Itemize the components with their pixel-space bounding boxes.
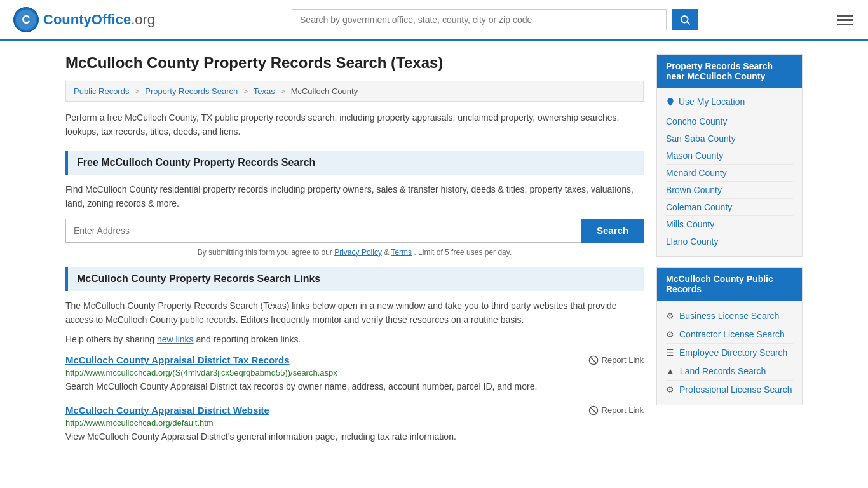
- nearby-counties-content: Use My Location Concho County San Saba C…: [657, 88, 802, 256]
- public-records-header: McCulloch County Public Records: [657, 268, 802, 301]
- main-container: McCulloch County Property Records Search…: [53, 41, 815, 469]
- contractor-license-search-link[interactable]: Contractor License Search: [679, 329, 785, 339]
- breadcrumb-sep: >: [135, 86, 140, 96]
- hamburger-line: [837, 15, 853, 17]
- land-records-search-link[interactable]: Land Records Search: [680, 366, 766, 376]
- search-section: Free McCulloch County Property Records S…: [65, 151, 644, 257]
- breadcrumb-sep: >: [243, 86, 248, 96]
- sidebar-public-item-employee: ☰ Employee Directory Search: [666, 344, 793, 362]
- public-records-content: ⚙ Business License Search ⚙ Contractor L…: [657, 301, 802, 405]
- terms-link[interactable]: Terms: [391, 248, 412, 257]
- share-line: Help others by sharing new links and rep…: [65, 334, 644, 344]
- svg-line-5: [687, 22, 689, 24]
- address-search-form: Search: [65, 219, 644, 243]
- logo-icon: C: [13, 6, 39, 33]
- link-item-url: http://www.mccullochcad.org/(S(4mlvdar3j…: [65, 368, 644, 377]
- privacy-policy-link[interactable]: Privacy Policy: [334, 248, 382, 257]
- sidebar-public-item-business: ⚙ Business License Search: [666, 307, 793, 325]
- gear-icon: ⚙: [666, 329, 674, 339]
- logo[interactable]: C CountyOffice.org: [13, 6, 155, 33]
- link-item: McCulloch County Appraisal District Webs…: [65, 405, 644, 444]
- sidebar-link-llano[interactable]: Llano County: [666, 233, 793, 250]
- svg-point-4: [681, 16, 688, 23]
- form-disclaimer: By submitting this form you agree to our…: [65, 248, 644, 257]
- breadcrumb-current: McCulloch County: [291, 86, 358, 96]
- breadcrumb-texas[interactable]: Texas: [254, 86, 275, 96]
- sidebar: Property Records Search near McCulloch C…: [656, 54, 803, 456]
- location-pin-icon: [666, 97, 675, 106]
- gear-icon: ⚙: [666, 311, 674, 321]
- sidebar-link-mills[interactable]: Mills County: [666, 216, 793, 233]
- report-link-button[interactable]: Report Link: [588, 355, 644, 365]
- search-description: Find McCulloch County residential proper…: [65, 182, 644, 211]
- svg-line-7: [590, 357, 596, 363]
- header-search-input[interactable]: [292, 9, 667, 30]
- nearby-counties-header: Property Records Search near McCulloch C…: [657, 55, 802, 88]
- sidebar-link-mason[interactable]: Mason County: [666, 147, 793, 165]
- nearby-counties-box: Property Records Search near McCulloch C…: [656, 54, 803, 257]
- link-item-header: McCulloch County Appraisal District Tax …: [65, 355, 644, 365]
- breadcrumb-public-records[interactable]: Public Records: [74, 86, 129, 96]
- professional-license-search-link[interactable]: Professional License Search: [679, 384, 792, 395]
- sidebar-public-item-professional: ⚙ Professional License Search: [666, 381, 793, 398]
- report-link-icon: [588, 355, 599, 365]
- link-item: McCulloch County Appraisal District Tax …: [65, 355, 644, 393]
- employee-directory-search-link[interactable]: Employee Directory Search: [679, 348, 787, 358]
- land-icon: ▲: [666, 366, 675, 376]
- breadcrumb-property-records-search[interactable]: Property Records Search: [145, 86, 238, 96]
- logo-text: CountyOffice.org: [43, 11, 155, 28]
- report-link-button[interactable]: Report Link: [588, 405, 644, 416]
- business-license-search-link[interactable]: Business License Search: [679, 311, 779, 321]
- link-item-url: http://www.mccullochcad.org/default.htm: [65, 418, 644, 428]
- links-heading: McCulloch County Property Records Search…: [65, 267, 644, 291]
- gear-icon: ⚙: [666, 384, 674, 395]
- free-search-heading: Free McCulloch County Property Records S…: [65, 151, 644, 175]
- public-records-box: McCulloch County Public Records ⚙ Busine…: [656, 267, 803, 405]
- search-icon: [679, 14, 691, 25]
- hamburger-line: [837, 24, 853, 25]
- sidebar-link-san-saba[interactable]: San Saba County: [666, 130, 793, 147]
- hamburger-line: [837, 19, 853, 21]
- svg-text:C: C: [22, 13, 31, 26]
- address-input[interactable]: [65, 219, 581, 243]
- sidebar-public-item-contractor: ⚙ Contractor License Search: [666, 325, 793, 344]
- links-section: McCulloch County Property Records Search…: [65, 267, 644, 444]
- use-my-location-button[interactable]: Use My Location: [666, 94, 745, 109]
- header-search-area: [292, 9, 698, 30]
- sidebar-link-menard[interactable]: Menard County: [666, 165, 793, 182]
- page-description: Perform a free McCulloch County, TX publ…: [65, 111, 644, 139]
- address-search-button[interactable]: Search: [581, 219, 644, 243]
- sidebar-link-coleman[interactable]: Coleman County: [666, 199, 793, 216]
- link-item-header: McCulloch County Appraisal District Webs…: [65, 405, 644, 416]
- breadcrumb: Public Records > Property Records Search…: [65, 81, 644, 102]
- link-item-title[interactable]: McCulloch County Appraisal District Webs…: [65, 405, 269, 416]
- link-item-title[interactable]: McCulloch County Appraisal District Tax …: [65, 355, 290, 365]
- content-area: McCulloch County Property Records Search…: [65, 54, 644, 456]
- page-title: McCulloch County Property Records Search…: [65, 54, 644, 72]
- header-search-button[interactable]: [672, 9, 698, 30]
- link-item-desc: Search McCulloch County Appraisal Distri…: [65, 380, 644, 393]
- links-description: The McCulloch County Property Records Se…: [65, 299, 644, 327]
- new-links-link[interactable]: new links: [157, 334, 194, 344]
- report-link-icon: [588, 405, 599, 416]
- breadcrumb-sep: >: [280, 86, 285, 96]
- list-icon: ☰: [666, 348, 674, 358]
- header: C CountyOffice.org: [0, 0, 868, 41]
- link-item-desc: View McCulloch County Appraisal District…: [65, 430, 644, 444]
- sidebar-public-item-land: ▲ Land Records Search: [666, 362, 793, 381]
- sidebar-link-concho[interactable]: Concho County: [666, 113, 793, 130]
- sidebar-link-brown[interactable]: Brown County: [666, 182, 793, 199]
- svg-line-9: [590, 407, 596, 413]
- hamburger-menu-button[interactable]: [835, 12, 855, 28]
